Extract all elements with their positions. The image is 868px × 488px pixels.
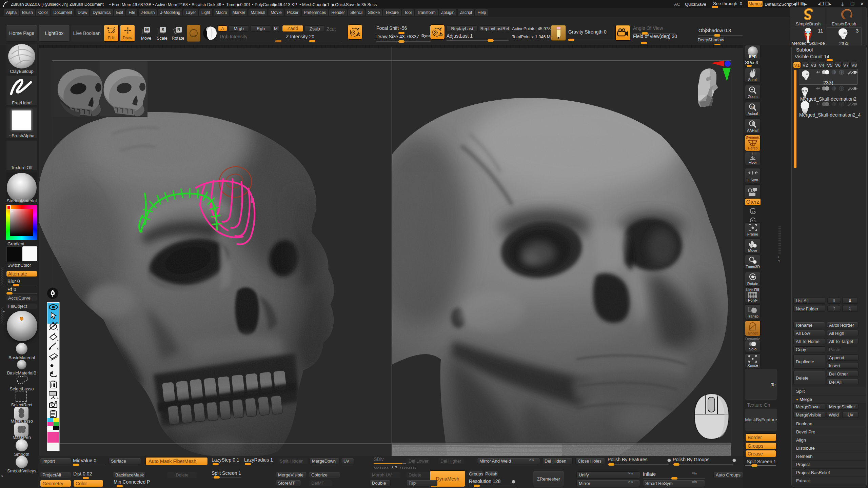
svg-text:Y: Y — [751, 210, 753, 214]
svg-text:S: S — [357, 32, 360, 37]
svg-text:D: D — [439, 32, 442, 37]
svg-text:x1: x1 — [751, 105, 754, 108]
